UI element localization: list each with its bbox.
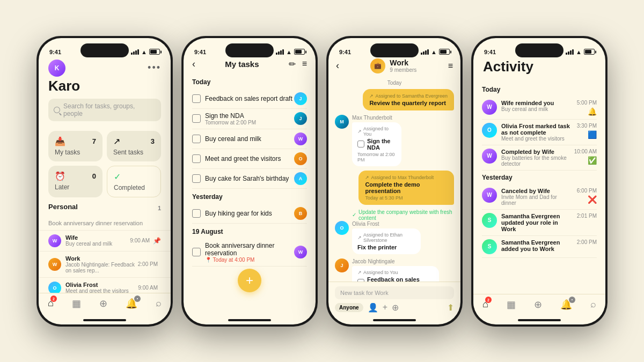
olivia-avatar: O <box>335 221 349 235</box>
task-text-2-0: Feedback on sales report draft <box>205 95 294 102</box>
checkbox-2-0[interactable] <box>192 94 201 103</box>
send-icon-3[interactable]: ⬆ <box>447 302 454 313</box>
max-task-checkbox[interactable] <box>357 141 364 147</box>
checkbox-2-1[interactable] <box>192 114 201 123</box>
more-menu-1[interactable]: ••• <box>148 62 161 73</box>
act-title-4-3: Canceled by Wife <box>501 188 573 194</box>
task-avatar-work: W <box>48 258 61 271</box>
tab-add-1[interactable]: ⊕ <box>99 298 107 309</box>
checkbox-2-2[interactable] <box>192 135 201 143</box>
activity-item-4-3[interactable]: W Canceled by Wife Invite Mom and Dad fo… <box>482 184 597 210</box>
calendar-icon-1: ▦ <box>72 298 81 309</box>
p2-nav: ‹ My tasks ✏ ≡ <box>184 57 316 74</box>
card-mytasks-badge: 7 <box>92 137 96 145</box>
card-completed[interactable]: ✓ Completed <box>107 166 161 197</box>
tab-add-4[interactable]: ⊕ <box>534 299 542 311</box>
task-av-2-1: J <box>294 112 307 125</box>
checkbox-2-4[interactable] <box>192 174 201 183</box>
task-row-work[interactable]: W Work Jacob Nightingale: Feedback on sa… <box>39 252 171 278</box>
activity-item-4-4[interactable]: S Samantha Evergreen updated your role i… <box>482 210 597 236</box>
back-button-2[interactable]: ‹ <box>192 58 195 70</box>
search-bar-1[interactable]: Search for tasks, groups, people <box>48 99 161 121</box>
p3-members: 9 members <box>390 67 416 73</box>
edit-icon-2[interactable]: ✏ <box>289 59 296 69</box>
tab-bell-1[interactable]: 🔔 • <box>126 298 137 309</box>
filter-icon-2[interactable]: ≡ <box>302 59 307 69</box>
activity-item-4-2[interactable]: W Completed by Wife Buy batteries for th… <box>482 145 597 171</box>
at-icon-3[interactable]: ⊕ <box>392 302 399 313</box>
act-time-4-4: 2:01 PM <box>577 213 597 219</box>
tab-home-4[interactable]: ⌂ 2 <box>482 299 488 310</box>
fab-add-task[interactable]: + <box>238 269 261 292</box>
activity-item-4-5[interactable]: S Samantha Evergreen added you to Work 2… <box>482 236 597 258</box>
act-icon-4-3: ❌ <box>588 195 597 204</box>
act-avatar-4-0: W <box>482 100 497 115</box>
task-row-2-1[interactable]: Sign the NDA Tomorrow at 2:00 PM J <box>192 109 307 129</box>
task-row-wife[interactable]: W Wife Buy cereal and milk 9:00 AM 📌 <box>39 231 171 252</box>
card-later[interactable]: ⏰ 0 Later <box>48 166 103 197</box>
checkbox-2-6[interactable] <box>192 248 201 256</box>
checkbox-2-3[interactable] <box>192 154 201 163</box>
card-my-tasks[interactable]: 📥 7 My tasks <box>48 131 103 161</box>
card-sent-icon: ↗ <box>113 136 120 146</box>
task-av-2-4: A <box>294 172 307 185</box>
jacob-assigned: ↗ Assigned to You <box>357 270 434 275</box>
task-row-2-4[interactable]: Buy cake for Sarah's birthday A <box>192 169 307 189</box>
phone-1: 9:41 ▲ K ••• Karo Search for tasks, grou… <box>37 36 172 326</box>
cards-grid-1: 📥 7 My tasks ↗ 3 Sent tasks ⏰ 0 <box>39 131 171 197</box>
chat-date-today-3: Today <box>335 80 454 86</box>
tab-calendar-4[interactable]: ▦ <box>507 299 516 311</box>
menu-icon-3[interactable]: ≡ <box>448 61 453 71</box>
task-row-2-2[interactable]: Buy cereal and milk W <box>192 129 307 149</box>
checkbox-2-5[interactable] <box>192 209 201 218</box>
task-text-2-6: Book anniversary dinner reservation <box>205 242 294 257</box>
chat-scroll-3[interactable]: Today ↗ Assigned to Samantha Evergreen R… <box>328 77 460 282</box>
anyone-tag-3[interactable]: Anyone <box>335 303 363 312</box>
act-sub-4-1: Meet and greet the visitors <box>501 136 573 142</box>
tab-home-1[interactable]: ⌂ 2 <box>48 298 54 309</box>
card-sent-tasks[interactable]: ↗ 3 Sent tasks <box>107 131 161 161</box>
olivia-task-text: Fix the printer <box>357 244 415 250</box>
bubble-task-sub-demo: Today at 5:30 PM <box>365 195 448 201</box>
card-later-badge: 0 <box>92 172 96 180</box>
task-row-2-0[interactable]: Feedback on sales report draft J <box>192 89 307 109</box>
activity-item-4-0[interactable]: W Wife reminded you Buy cereal and milk … <box>482 97 597 120</box>
tab-search-1[interactable]: ⌕ <box>156 298 162 309</box>
max-task-text: Sign the NDA <box>367 138 396 151</box>
card-sent-label: Sent tasks <box>113 149 155 156</box>
task-time-work: 2:00 PM <box>138 261 158 267</box>
activity-scroll-4[interactable]: Today W Wife reminded you Buy cereal and… <box>473 83 605 294</box>
task-group-work: Work <box>65 255 138 262</box>
task-row-2-6[interactable]: Book anniversary dinner reservation 📍 To… <box>192 239 307 267</box>
max-assigned: ↗ Assigned to You <box>357 126 396 137</box>
tab-bell-4[interactable]: 🔔 • <box>560 299 572 311</box>
chat-check-row: ✓ Update the company website with fresh … <box>335 209 454 221</box>
user-avatar-1[interactable]: K <box>48 60 65 77</box>
back-button-3[interactable]: ‹ <box>336 60 339 71</box>
task-av-2-0: J <box>294 92 307 105</box>
max-avatar: M <box>335 115 349 129</box>
act-title-4-2: Completed by Wife <box>501 149 570 155</box>
person-add-icon-3[interactable]: 👤 <box>368 302 378 313</box>
dynamic-island-1 <box>80 43 129 57</box>
activity-item-4-1[interactable]: O Olivia Frost marked task as not comple… <box>482 120 597 145</box>
task-time-olivia: 9:00 AM <box>138 285 158 291</box>
personal-task-row[interactable]: Book anniversary dinner reservation <box>39 216 171 231</box>
task-row-2-3[interactable]: Meet and greet the visitors O <box>192 149 307 169</box>
plus-icon-3[interactable]: + <box>383 302 387 312</box>
task-time-wife: 9:00 AM <box>130 238 150 243</box>
act-sub-4-2: Buy batteries for the smoke detector <box>501 155 570 167</box>
act-avatar-4-3: W <box>482 188 497 203</box>
personal-section-badge: 1 <box>158 205 161 211</box>
tab-calendar-1[interactable]: ▦ <box>72 298 81 309</box>
task-subtitle-work: Jacob Nightingale: Feedback on sales rep… <box>65 262 138 274</box>
chat-input-field-3[interactable]: New task for Work <box>335 286 454 299</box>
task-av-2-3: O <box>294 152 307 165</box>
task-row-olivia[interactable]: O Olivia Frost Meet and greet the visito… <box>39 278 171 293</box>
chat-user-max: M Max Thunderbolt ↗ Assigned to You Sign… <box>335 115 454 166</box>
act-icon-4-2: ✅ <box>588 156 597 165</box>
tab-search-4[interactable]: ⌕ <box>590 299 596 310</box>
group-avatar-3: 💼 <box>370 58 385 73</box>
tasks-scroll-2[interactable]: Today Feedback on sales report draft J <box>184 74 316 285</box>
task-row-2-5[interactable]: Buy hiking gear for kids B <box>192 204 307 224</box>
